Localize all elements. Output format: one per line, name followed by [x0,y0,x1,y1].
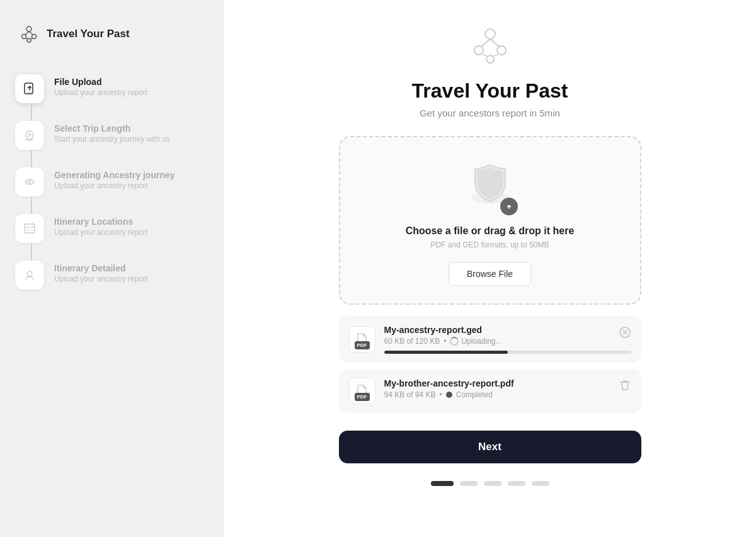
app-name: Travel Your Past [47,28,130,40]
step-text-itinerary-locations: Itinerary Locations Upload your ancestry… [54,214,147,237]
drop-zone[interactable]: Choose a file or drag & drop it here PDF… [339,136,641,305]
main-title: Travel Your Past [412,79,568,103]
step-subtitle-file-upload: Upload your ancestry report [54,88,147,97]
separator-pdf: • [440,390,442,399]
dot-2[interactable] [460,481,478,486]
file-icon-pdf: PDF [349,378,375,404]
uploading-label: Uploading... [461,337,501,346]
file-info-ged: My-ancestry-report.ged 60 KB of 120 KB •… [384,325,631,354]
step-title-itinerary-detailed: Itinerary Detailed [54,263,147,273]
svg-point-9 [28,134,31,137]
remove-file-ged-button[interactable] [617,325,633,340]
svg-line-23 [493,55,498,56]
step-subtitle-itinerary-locations: Upload your ancestry report [54,228,147,237]
step-icon-itinerary-locations [15,214,44,243]
svg-line-21 [490,39,499,47]
file-info-pdf: My-brother-ancestry-report.pdf 94 KB of … [384,378,631,404]
step-icon-select-trip [15,121,44,150]
upload-badge [500,198,518,215]
step-icon-file-upload [15,74,44,103]
step-text-generating: Generating Ancestry journey Upload your … [54,167,175,190]
browse-file-button[interactable]: Browse File [449,262,531,286]
svg-point-18 [497,46,506,55]
step-icon-itinerary-detailed [15,261,44,290]
svg-point-1 [22,35,26,39]
svg-point-17 [474,46,483,55]
svg-point-2 [32,35,37,39]
logo-icon [18,23,40,45]
spinner-icon [450,337,459,346]
file-size-ged: 60 KB of 120 KB [384,337,440,346]
step-subtitle-generating: Upload your ancestry report [54,181,175,190]
step-title-select-trip: Select Trip Length [54,123,170,133]
file-meta-ged: 60 KB of 120 KB • Uploading... [384,337,631,346]
svg-point-12 [26,229,28,230]
logo-area: Travel Your Past [0,13,224,65]
progress-fill-ged [384,351,508,354]
step-text-file-upload: File Upload Upload your ancestry report [54,74,147,97]
step-text-select-trip: Select Trip Length Start your ancestry j… [54,121,170,144]
next-button[interactable]: Next [339,431,641,463]
dot-5[interactable] [532,481,549,486]
file-item-uploading: PDF My-ancestry-report.ged 60 KB of 120 … [339,316,641,363]
drop-title: Choose a file or drag & drop it here [406,225,575,237]
svg-point-15 [27,271,32,276]
progress-bar-ged [384,351,631,354]
dot-4[interactable] [508,481,525,486]
file-name-pdf: My-brother-ancestry-report.pdf [384,378,631,388]
step-title-file-upload: File Upload [54,77,147,87]
svg-point-19 [486,55,494,63]
svg-rect-11 [25,224,35,233]
completed-dot-icon [446,392,452,398]
svg-point-10 [28,181,31,183]
uploading-status: Uploading... [450,337,501,346]
svg-point-14 [32,229,33,230]
pdf-badge-ged: PDF [355,341,370,349]
pdf-badge-pdf: PDF [355,393,370,401]
step-title-itinerary-locations: Itinerary Locations [54,217,147,227]
file-meta-pdf: 94 KB of 94 KB • Completed [384,390,631,399]
step-itinerary-locations[interactable]: Itinerary Locations Upload your ancestry… [15,205,209,252]
svg-line-6 [26,38,28,39]
svg-line-5 [29,31,33,35]
file-size-pdf: 94 KB of 94 KB [384,390,436,399]
steps-list: File Upload Upload your ancestry report … [0,65,224,298]
dot-1[interactable] [431,481,454,486]
svg-point-16 [485,29,495,39]
separator-ged: • [444,337,446,346]
sidebar: Travel Your Past File Upload Upload your… [0,0,224,537]
upload-icon-wrap [465,160,515,213]
svg-line-7 [30,38,32,39]
drop-hint: PDF and GED formats, up to 50MB [430,240,549,249]
main-content: Travel Your Past Get your ancestors repo… [224,0,756,537]
svg-line-22 [483,55,487,56]
step-icon-generating [15,167,44,196]
svg-point-0 [26,26,32,31]
step-text-itinerary-detailed: Itinerary Detailed Upload your ancestry … [54,261,147,283]
delete-file-pdf-button[interactable] [617,378,633,393]
step-generating[interactable]: Generating Ancestry journey Upload your … [15,159,209,205]
step-subtitle-itinerary-detailed: Upload your ancestry report [54,274,147,283]
file-list: PDF My-ancestry-report.ged 60 KB of 120 … [339,316,641,413]
file-name-ged: My-ancestry-report.ged [384,325,631,335]
svg-line-20 [481,39,490,47]
family-tree-icon [467,23,513,68]
dot-3[interactable] [484,481,501,486]
step-title-generating: Generating Ancestry journey [54,170,175,180]
step-subtitle-select-trip: Start your ancestry journey with us [54,135,170,144]
svg-line-4 [25,31,29,35]
pagination-dots [431,481,549,486]
step-itinerary-detailed[interactable]: Itinerary Detailed Upload your ancestry … [15,252,209,298]
step-select-trip[interactable]: Select Trip Length Start your ancestry j… [15,112,209,159]
svg-point-13 [29,229,30,230]
file-icon-ged: PDF [349,326,375,353]
file-item-completed: PDF My-brother-ancestry-report.pdf 94 KB… [339,369,641,413]
main-subtitle: Get your ancestors report in 5min [420,108,560,118]
step-file-upload[interactable]: File Upload Upload your ancestry report [15,65,209,112]
completed-label: Completed [456,390,493,399]
